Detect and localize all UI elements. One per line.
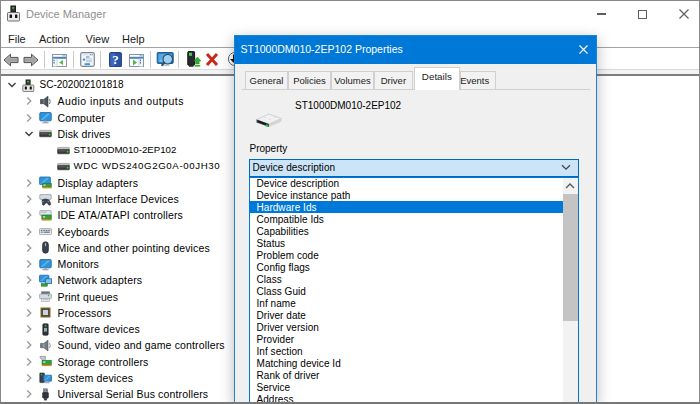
svg-text:?: ? bbox=[112, 52, 119, 67]
